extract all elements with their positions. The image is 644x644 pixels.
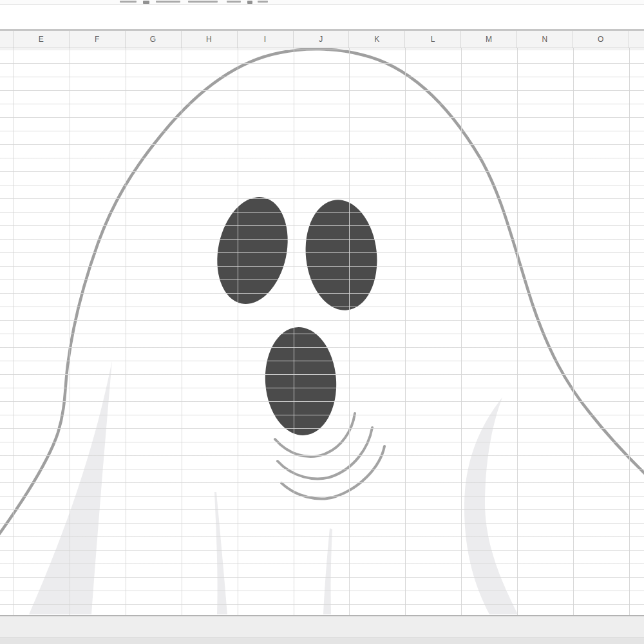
sheet-gridlines[interactable]	[0, 48, 644, 615]
column-letter: O	[598, 35, 604, 44]
column-header-F[interactable]: F	[70, 31, 126, 48]
ribbon-text-fragment	[247, 1, 252, 4]
column-header-I[interactable]: I	[238, 31, 294, 48]
column-letter: G	[150, 35, 156, 44]
column-header-row: E F G H I J K L M N O	[0, 31, 644, 48]
ribbon-text-fragment	[188, 1, 218, 3]
column-header-K[interactable]: K	[349, 31, 405, 48]
column-letter: J	[319, 35, 323, 44]
column-letter: H	[206, 35, 212, 44]
column-letter: F	[95, 35, 100, 44]
column-header-L[interactable]: L	[405, 31, 461, 48]
column-header-E[interactable]: E	[14, 31, 70, 48]
ribbon-text-fragment	[120, 1, 137, 3]
column-letter: N	[542, 35, 548, 44]
ribbon-text-fragment	[258, 1, 268, 3]
column-header-J[interactable]: J	[294, 31, 350, 48]
ribbon-text-fragment	[227, 1, 241, 3]
column-header-partial-left[interactable]	[0, 31, 14, 48]
column-letter: L	[431, 35, 435, 44]
column-letter: K	[374, 35, 380, 44]
ribbon-remnant	[0, 0, 644, 5]
column-letter: E	[39, 35, 44, 44]
column-letter: I	[264, 35, 267, 44]
column-header-G[interactable]: G	[126, 31, 182, 48]
column-header-N[interactable]: N	[517, 31, 573, 48]
ribbon-text-fragment	[143, 1, 149, 4]
column-header-O[interactable]: O	[573, 31, 629, 48]
spreadsheet-canvas: E F G H I J K L M N O	[0, 0, 644, 644]
column-letter: M	[486, 35, 493, 44]
column-header-partial-right[interactable]	[629, 31, 644, 48]
status-bar	[0, 638, 644, 644]
column-header-M[interactable]: M	[461, 31, 517, 48]
ribbon-text-fragment	[156, 1, 180, 3]
column-header-H[interactable]: H	[182, 31, 238, 48]
horizontal-scrollbar-area[interactable]	[0, 616, 644, 638]
